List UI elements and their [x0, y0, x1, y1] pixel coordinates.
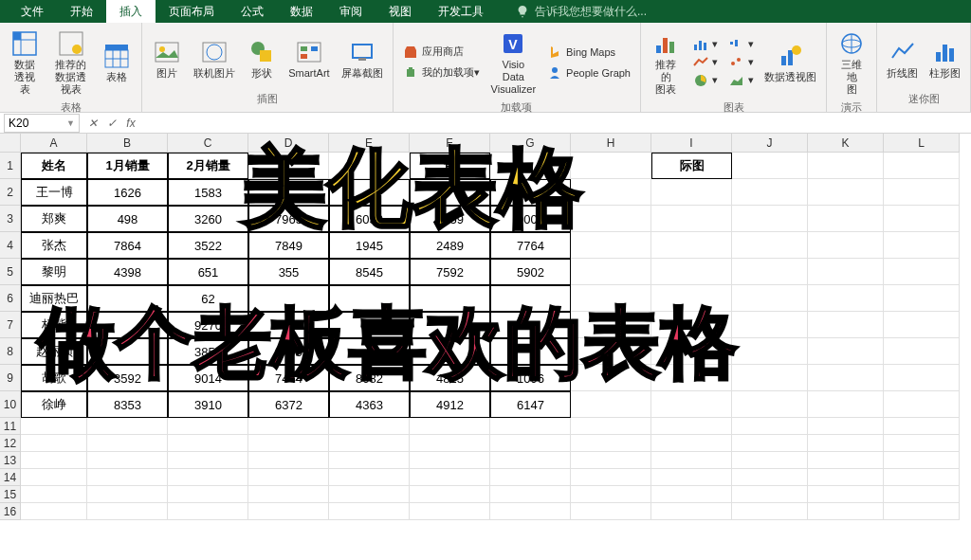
- cell-C6[interactable]: 62: [168, 285, 248, 312]
- chart-type-3[interactable]: ▾: [689, 72, 722, 89]
- cell-B6[interactable]: [87, 285, 168, 312]
- cell-D6[interactable]: [248, 285, 329, 312]
- chart-type-2[interactable]: ▾: [689, 54, 722, 71]
- cell-K7[interactable]: [808, 312, 884, 338]
- cell-H16[interactable]: [571, 503, 651, 520]
- cell-G11[interactable]: [490, 418, 571, 435]
- table-button[interactable]: 表格: [98, 39, 136, 85]
- cell-L16[interactable]: [884, 503, 960, 520]
- cell-H14[interactable]: [571, 469, 651, 486]
- shapes-button[interactable]: 形状: [243, 35, 281, 81]
- cell-G14[interactable]: [490, 469, 571, 486]
- cancel-formula[interactable]: ✕: [83, 114, 102, 133]
- cell-B7[interactable]: [87, 312, 168, 338]
- cell-L11[interactable]: [884, 418, 960, 435]
- cell-A7[interactable]: 杨紫: [21, 312, 87, 338]
- cell-L3[interactable]: [884, 206, 960, 232]
- cell-E4[interactable]: 1945: [329, 232, 410, 259]
- cell-K12[interactable]: [808, 435, 884, 452]
- cell-G16[interactable]: [490, 503, 571, 520]
- cell-A4[interactable]: 张杰: [21, 232, 87, 259]
- cell-J16[interactable]: [732, 503, 808, 520]
- cell-H1[interactable]: [571, 153, 651, 179]
- cell-J2[interactable]: [732, 179, 808, 206]
- chart-type-1[interactable]: ▾: [689, 36, 722, 53]
- cell-K1[interactable]: [808, 153, 884, 179]
- cell-J6[interactable]: [732, 285, 808, 312]
- tell-me-search[interactable]: 告诉我您想要做什么...: [516, 4, 647, 20]
- select-all-corner[interactable]: [0, 134, 21, 153]
- cell-J3[interactable]: [732, 206, 808, 232]
- row-header-8[interactable]: 8: [0, 338, 21, 365]
- cell-B1[interactable]: 1月销量: [87, 153, 168, 179]
- cell-G12[interactable]: [490, 435, 571, 452]
- cell-B9[interactable]: 3592: [87, 365, 168, 391]
- cell-E14[interactable]: [329, 469, 410, 486]
- cell-A3[interactable]: 郑爽: [21, 206, 87, 232]
- cell-I2[interactable]: [651, 179, 732, 206]
- cell-C15[interactable]: [168, 486, 248, 503]
- cell-L10[interactable]: [884, 391, 960, 418]
- cell-F10[interactable]: 4912: [410, 391, 490, 418]
- cell-A6[interactable]: 迪丽热巴: [21, 285, 87, 312]
- cell-G6[interactable]: [490, 285, 571, 312]
- cell-F8[interactable]: [410, 338, 490, 365]
- visio-button[interactable]: VVisio Data Visualizer: [487, 27, 540, 99]
- col-header-G[interactable]: G: [490, 134, 571, 153]
- cell-G3[interactable]: 9004: [490, 206, 571, 232]
- row-header-7[interactable]: 7: [0, 312, 21, 338]
- cell-F5[interactable]: 7592: [410, 259, 490, 285]
- cell-C2[interactable]: 1583: [168, 179, 248, 206]
- cell-A5[interactable]: 黎明: [21, 259, 87, 285]
- col-header-A[interactable]: A: [21, 134, 87, 153]
- cell-F14[interactable]: [410, 469, 490, 486]
- cell-L13[interactable]: [884, 452, 960, 469]
- row-header-12[interactable]: 12: [0, 435, 21, 452]
- cell-B11[interactable]: [87, 418, 168, 435]
- cell-H3[interactable]: [571, 206, 651, 232]
- chart-type-6[interactable]: ▾: [725, 72, 758, 89]
- cell-B4[interactable]: 7864: [87, 232, 168, 259]
- cell-F2[interactable]: [410, 179, 490, 206]
- cell-L6[interactable]: [884, 285, 960, 312]
- cell-H12[interactable]: [571, 435, 651, 452]
- row-header-15[interactable]: 15: [0, 486, 21, 503]
- cell-C12[interactable]: [168, 435, 248, 452]
- fx-button[interactable]: fx: [121, 114, 140, 133]
- cell-F15[interactable]: [410, 486, 490, 503]
- cell-E16[interactable]: [329, 503, 410, 520]
- cell-L7[interactable]: [884, 312, 960, 338]
- col-header-I[interactable]: I: [651, 134, 732, 153]
- cell-G10[interactable]: 6147: [490, 391, 571, 418]
- cell-J9[interactable]: [732, 365, 808, 391]
- row-header-4[interactable]: 4: [0, 232, 21, 259]
- cell-I9[interactable]: [651, 365, 732, 391]
- cell-H11[interactable]: [571, 418, 651, 435]
- cell-C9[interactable]: 9014: [168, 365, 248, 391]
- cell-I11[interactable]: [651, 418, 732, 435]
- cell-E3[interactable]: 6030: [329, 206, 410, 232]
- cell-L12[interactable]: [884, 435, 960, 452]
- tab-page-layout[interactable]: 页面布局: [156, 0, 228, 23]
- cell-J8[interactable]: [732, 338, 808, 365]
- cell-I10[interactable]: [651, 391, 732, 418]
- cell-F11[interactable]: [410, 418, 490, 435]
- cell-D7[interactable]: 3: [248, 312, 329, 338]
- cell-L2[interactable]: [884, 179, 960, 206]
- cell-I5[interactable]: [651, 259, 732, 285]
- cell-F16[interactable]: [410, 503, 490, 520]
- cell-D13[interactable]: [248, 452, 329, 469]
- cell-G13[interactable]: [490, 452, 571, 469]
- cell-G9[interactable]: 1096: [490, 365, 571, 391]
- map3d-button[interactable]: 三维地 图: [833, 27, 870, 99]
- cell-K15[interactable]: [808, 486, 884, 503]
- sparkline-line-button[interactable]: 折线图: [883, 35, 922, 81]
- cell-B2[interactable]: 1626: [87, 179, 168, 206]
- cell-D2[interactable]: [248, 179, 329, 206]
- cell-G7[interactable]: [490, 312, 571, 338]
- cell-L15[interactable]: [884, 486, 960, 503]
- cell-H7[interactable]: [571, 312, 651, 338]
- row-header-16[interactable]: 16: [0, 503, 21, 520]
- cell-F13[interactable]: [410, 452, 490, 469]
- row-header-1[interactable]: 1: [0, 153, 21, 179]
